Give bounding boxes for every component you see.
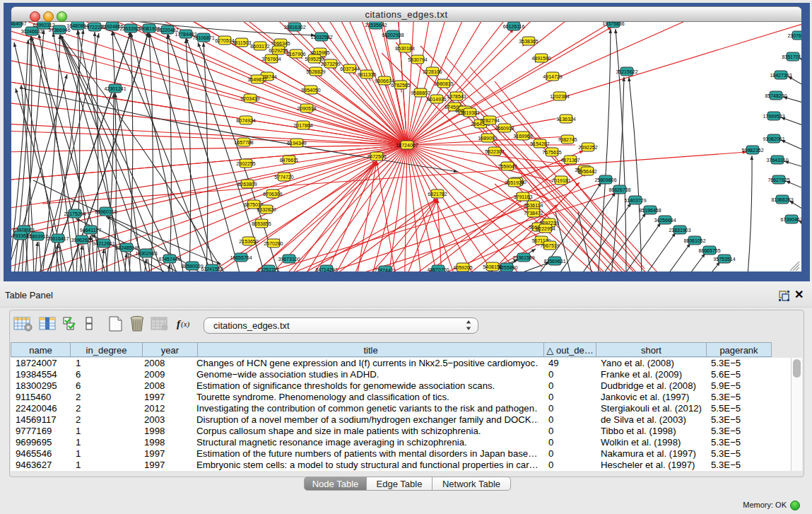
- svg-text:7472506: 7472506: [367, 154, 386, 159]
- svg-text:8014936: 8014936: [427, 97, 446, 102]
- svg-text:85893910: 85893910: [26, 234, 48, 239]
- svg-text:84714297: 84714297: [315, 267, 337, 272]
- svg-text:7559047: 7559047: [498, 164, 517, 169]
- svg-text:1378543: 1378543: [447, 94, 466, 99]
- svg-text:2373299: 2373299: [321, 62, 340, 66]
- svg-text:2351929: 2351929: [505, 180, 524, 185]
- svg-text:2090518: 2090518: [297, 106, 316, 111]
- svg-text:39962626: 39962626: [71, 238, 93, 243]
- svg-text:93082061: 93082061: [763, 136, 784, 141]
- svg-text:18724007: 18724007: [396, 143, 418, 148]
- svg-text:51403729: 51403729: [624, 198, 646, 203]
- svg-text:62992312: 62992312: [33, 23, 54, 28]
- svg-text:9332820: 9332820: [257, 207, 276, 212]
- svg-text:85196458: 85196458: [639, 208, 661, 213]
- svg-text:21535642: 21535642: [365, 23, 387, 28]
- svg-text:18302983: 18302983: [135, 251, 157, 256]
- svg-text:23831903: 23831903: [669, 228, 690, 233]
- svg-text:5095259: 5095259: [305, 57, 324, 62]
- svg-text:5408156: 5408156: [483, 264, 502, 269]
- svg-text:3819383: 3819383: [460, 110, 479, 115]
- svg-text:23076910: 23076910: [787, 33, 801, 38]
- svg-text:8074924: 8074924: [236, 118, 255, 123]
- svg-text:9136324: 9136324: [556, 117, 575, 122]
- svg-text:6762565: 6762565: [391, 83, 410, 88]
- svg-text:6821782: 6821782: [428, 192, 447, 197]
- svg-text:5167906: 5167906: [286, 52, 305, 57]
- svg-text:8811503: 8811503: [233, 40, 252, 45]
- svg-text:66126116: 66126116: [503, 24, 525, 29]
- svg-text:5774720: 5774720: [274, 175, 293, 180]
- svg-text:81366283: 81366283: [771, 197, 793, 202]
- svg-text:5830794: 5830794: [408, 57, 427, 62]
- svg-text:7066345: 7066345: [271, 41, 290, 46]
- svg-text:76627625: 76627625: [767, 177, 789, 182]
- svg-text:3767604: 3767604: [261, 57, 281, 62]
- svg-text:9588807: 9588807: [411, 90, 430, 95]
- svg-text:67390467: 67390467: [780, 217, 801, 222]
- svg-text:94641177: 94641177: [80, 228, 102, 233]
- svg-text:86626738: 86626738: [608, 187, 630, 192]
- svg-text:48870700: 48870700: [427, 267, 449, 272]
- svg-text:3549877: 3549877: [247, 77, 266, 82]
- svg-text:26616417: 26616417: [47, 236, 69, 241]
- svg-text:6037344: 6037344: [340, 66, 359, 71]
- svg-text:88061052: 88061052: [683, 238, 705, 243]
- svg-text:4059205: 4059205: [453, 265, 472, 270]
- svg-text:8476611: 8476611: [280, 158, 299, 163]
- svg-text:18427393: 18427393: [770, 73, 792, 78]
- svg-text:8603172: 8603172: [250, 44, 269, 49]
- svg-text:63241552: 63241552: [201, 267, 223, 271]
- svg-text:3169968: 3169968: [513, 134, 532, 139]
- svg-text:42301241: 42301241: [104, 86, 126, 91]
- svg-text:7019181: 7019181: [551, 178, 570, 183]
- svg-text:7738472: 7738472: [524, 211, 543, 216]
- svg-text:97366946: 97366946: [48, 28, 70, 33]
- svg-text:19375836: 19375836: [602, 22, 624, 26]
- svg-text:25809806: 25809806: [594, 177, 616, 182]
- svg-text:22175294: 22175294: [64, 211, 86, 216]
- svg-text:27874421: 27874421: [374, 268, 396, 272]
- svg-text:86665755: 86665755: [698, 248, 720, 253]
- svg-text:85748230: 85748230: [765, 93, 787, 98]
- svg-text:6194349: 6194349: [287, 141, 306, 146]
- svg-text:15032582: 15032582: [310, 35, 332, 40]
- svg-text:2017864: 2017864: [293, 123, 312, 128]
- svg-text:3791163: 3791163: [514, 194, 533, 199]
- svg-text:6029255: 6029255: [269, 48, 288, 53]
- svg-text:2228106: 2228106: [423, 69, 442, 74]
- svg-text:6263809: 6263809: [237, 182, 257, 187]
- svg-text:1657788: 1657788: [234, 140, 253, 145]
- svg-text:83517017: 83517017: [782, 54, 801, 59]
- svg-text:30246633: 30246633: [20, 29, 42, 34]
- svg-text:5528829: 5528829: [306, 69, 325, 74]
- svg-text:2392252: 2392252: [578, 145, 597, 150]
- svg-text:7382745: 7382745: [558, 137, 577, 142]
- svg-text:1202384: 1202384: [550, 94, 569, 99]
- svg-text:87457446: 87457446: [158, 257, 180, 262]
- svg-text:7967519: 7967519: [540, 243, 559, 248]
- svg-text:2980815: 2980815: [434, 81, 453, 86]
- svg-text:4871367: 4871367: [560, 158, 579, 163]
- svg-text:68202938: 68202938: [382, 33, 404, 37]
- svg-text:2302255: 2302255: [236, 161, 255, 166]
- svg-text:38816302: 38816302: [283, 25, 305, 30]
- svg-text:37643310: 37643310: [766, 158, 788, 163]
- svg-text:16252221: 16252221: [257, 267, 279, 272]
- svg-text:7675615: 7675615: [542, 150, 561, 155]
- svg-text:3538365: 3538365: [519, 39, 538, 44]
- svg-text:4891590: 4891590: [531, 56, 551, 61]
- svg-text:9811335: 9811335: [358, 72, 377, 77]
- svg-text:4015985: 4015985: [310, 50, 329, 55]
- svg-text:35215622: 35215622: [616, 69, 637, 74]
- svg-text:78106871: 78106871: [192, 35, 214, 40]
- svg-text:17999533: 17999533: [763, 114, 784, 119]
- svg-text:3956442: 3956442: [577, 169, 596, 174]
- svg-text:(x): (x): [181, 320, 190, 329]
- svg-text:95753514: 95753514: [713, 257, 735, 262]
- svg-text:94212661: 94212661: [93, 241, 114, 246]
- svg-text:88590039: 88590039: [181, 264, 203, 269]
- svg-text:5822307: 5822307: [485, 149, 504, 154]
- svg-text:82569631: 82569631: [543, 259, 565, 264]
- svg-text:4914729: 4914729: [543, 74, 562, 79]
